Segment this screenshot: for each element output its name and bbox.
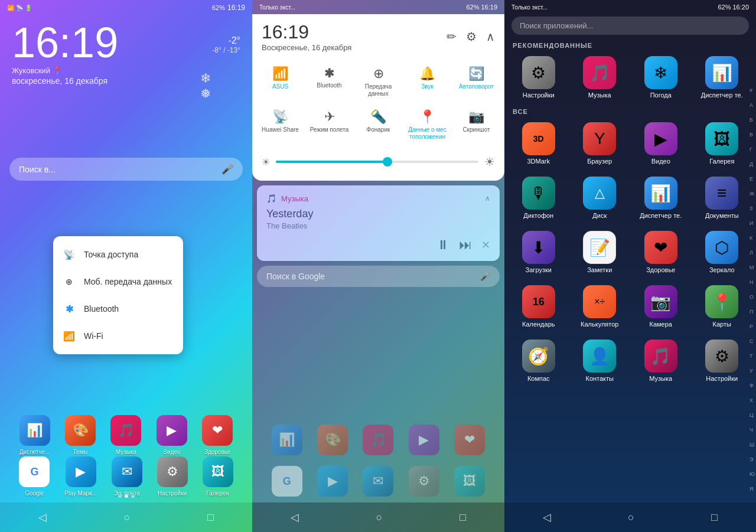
app-mirror[interactable]: ⬡ Зеркало	[693, 226, 752, 278]
app-docs[interactable]: ≡ Документы	[693, 172, 752, 224]
alpha-p[interactable]: П	[750, 309, 755, 315]
app-compass-label: Компас	[527, 375, 550, 382]
app-video[interactable]: ▶ Видео	[631, 118, 690, 169]
alpha-hash[interactable]: #	[750, 87, 755, 93]
app-camera[interactable]: 📷 Камера	[631, 280, 690, 332]
panel3-search[interactable]: Поиск приложений...	[511, 17, 749, 35]
toggle-location[interactable]: 📍 Данные о мес тоположении	[404, 105, 451, 145]
panel2-nav-recents[interactable]: □	[460, 511, 466, 524]
context-data[interactable]: ⊕ Моб. передача данных	[53, 268, 183, 295]
alpha-g[interactable]: Г	[750, 146, 755, 152]
rec-settings[interactable]: ⚙ Настройки	[509, 51, 568, 103]
alpha-b[interactable]: Б	[750, 117, 755, 123]
app-downloads[interactable]: ⬇ Загрузки	[509, 226, 568, 278]
alpha-t[interactable]: Т	[750, 353, 755, 359]
alpha-r[interactable]: Р	[750, 324, 755, 329]
alpha-ch[interactable]: Ч	[750, 427, 755, 433]
dock-google[interactable]: G Google	[19, 456, 50, 497]
alpha-zh[interactable]: Ж	[750, 191, 755, 197]
dock-gallery[interactable]: 🖼 Галерея	[203, 456, 233, 497]
app-temy[interactable]: 🎨 Темы	[65, 415, 96, 455]
app-video-icon: ▶	[644, 122, 677, 155]
app-video[interactable]: ▶ Видео	[157, 415, 187, 455]
panel2-nav-back[interactable]: ◁	[291, 511, 299, 524]
toggle-data[interactable]: ⊕ Передача данных	[355, 61, 402, 102]
rec-music[interactable]: 🎵 Музыка	[571, 51, 630, 103]
alpha-k[interactable]: К	[750, 235, 755, 241]
app-icon-health: ❤	[202, 415, 233, 446]
app-health[interactable]: ❤ Здоровье	[631, 226, 690, 278]
shade-collapse-icon[interactable]: ∧	[486, 30, 495, 44]
app-notes[interactable]: 📝 Заметки	[571, 226, 630, 278]
alpha-kh[interactable]: Х	[750, 397, 755, 403]
alpha-a[interactable]: А	[750, 102, 755, 108]
alpha-m[interactable]: М	[750, 265, 755, 270]
panel2-nav-home[interactable]: ○	[376, 511, 383, 524]
app-maps[interactable]: 📍 Карты	[693, 280, 752, 332]
toggle-rotate[interactable]: 🔄 Автоповорот	[453, 61, 500, 102]
dock-email[interactable]: ✉ Эл. почта	[112, 456, 142, 497]
context-hotspot[interactable]: 📡 Точка доступа	[53, 241, 183, 268]
panel3-nav-back[interactable]: ◁	[543, 511, 551, 524]
shade-edit-icon[interactable]: ✏	[447, 30, 457, 44]
app-compass[interactable]: 🧭 Компас	[509, 335, 568, 387]
app-music[interactable]: 🎵 Музыка	[110, 415, 141, 455]
alpha-d[interactable]: Д	[750, 161, 755, 167]
alphabet-bar: # А Б В Г Д Е Ж З И К Л М Н О П Р С Т У …	[750, 83, 755, 497]
alpha-n[interactable]: Н	[750, 279, 755, 285]
toggle-bluetooth[interactable]: ✱ Bluetooth	[306, 61, 353, 102]
app-3dmark[interactable]: 3D 3DMark	[509, 118, 568, 169]
rec-weather[interactable]: ❄ Погода	[631, 51, 690, 103]
alpha-yu[interactable]: Ю	[750, 471, 755, 477]
app-health[interactable]: ❤ Здоровье	[202, 415, 233, 455]
alpha-u[interactable]: У	[750, 368, 755, 374]
alpha-z[interactable]: З	[750, 205, 755, 211]
toggle-screenshot[interactable]: 📷 Скриншот	[453, 105, 500, 145]
nav-recents[interactable]: □	[207, 511, 214, 524]
nav-home[interactable]: ○	[124, 511, 131, 524]
app-settings2[interactable]: ⚙ Настройки	[693, 335, 752, 387]
alpha-l[interactable]: Л	[750, 250, 755, 256]
app-dispetcher[interactable]: 📊 Диспетче...	[19, 415, 50, 455]
toggle-airplane[interactable]: ✈ Режим полета	[306, 105, 353, 145]
panel2-search[interactable]: Поиск в Google 🎤	[257, 266, 500, 287]
alpha-ts[interactable]: Ц	[750, 412, 755, 418]
nav-back[interactable]: ◁	[38, 511, 47, 524]
alpha-ya[interactable]: Я	[750, 486, 755, 492]
panel3-nav-home[interactable]: ○	[628, 511, 634, 524]
alpha-sh[interactable]: Ш	[750, 442, 755, 448]
app-calendar[interactable]: 16 Календарь	[509, 280, 568, 332]
app-disk[interactable]: △ Диск	[571, 172, 630, 224]
toggle-flashlight[interactable]: 🔦 Фонарик	[355, 105, 402, 145]
context-bluetooth[interactable]: ✱ Bluetooth	[53, 295, 183, 322]
context-wifi[interactable]: 📶 Wi-Fi	[53, 322, 183, 350]
app-dictaphone[interactable]: 🎙 Диктофон	[509, 172, 568, 224]
toggle-asus[interactable]: 📶 ASUS	[257, 61, 304, 102]
alpha-v[interactable]: В	[750, 132, 755, 138]
alpha-e[interactable]: Е	[750, 176, 755, 182]
app-browser[interactable]: Y Браузер	[571, 118, 630, 169]
alpha-i[interactable]: И	[750, 220, 755, 226]
brightness-slider[interactable]	[276, 161, 478, 163]
alpha-s[interactable]: С	[750, 338, 755, 344]
alpha-e2[interactable]: Э	[750, 456, 755, 462]
shade-settings-icon[interactable]: ⚙	[466, 30, 477, 44]
app-gallery[interactable]: 🖼 Галерея	[693, 118, 752, 169]
dock-settings[interactable]: ⚙ Настройки	[157, 456, 188, 497]
toggle-share[interactable]: 📡 Huawei Share	[257, 105, 304, 145]
alpha-f[interactable]: Ф	[750, 383, 755, 389]
alpha-o[interactable]: О	[750, 294, 755, 300]
quick-toggles: 📶 ASUS ✱ Bluetooth ⊕ Передача данных 🔔 З…	[252, 57, 504, 150]
panel1-search-bar[interactable]: Поиск в... 🎤	[9, 158, 243, 181]
shade-actions: ✏ ⚙ ∧	[447, 30, 495, 44]
panel2-mic-icon[interactable]: 🎤	[480, 272, 490, 281]
dock-play[interactable]: ▶ Play Марк...	[64, 456, 97, 497]
rec-taskman[interactable]: 📊 Диспетчер те.	[693, 51, 752, 103]
panel3-nav-recents[interactable]: □	[711, 511, 718, 524]
search-mic-icon[interactable]: 🎤	[221, 164, 233, 175]
app-musicapp[interactable]: 🎵 Музыка	[631, 335, 690, 387]
app-dispetcher[interactable]: 📊 Диспетчер те.	[631, 172, 690, 224]
app-contacts[interactable]: 👤 Контакты	[571, 335, 630, 387]
app-calc[interactable]: ×÷ Калькулятор	[571, 280, 630, 332]
toggle-sound[interactable]: 🔔 Звук	[404, 61, 451, 102]
